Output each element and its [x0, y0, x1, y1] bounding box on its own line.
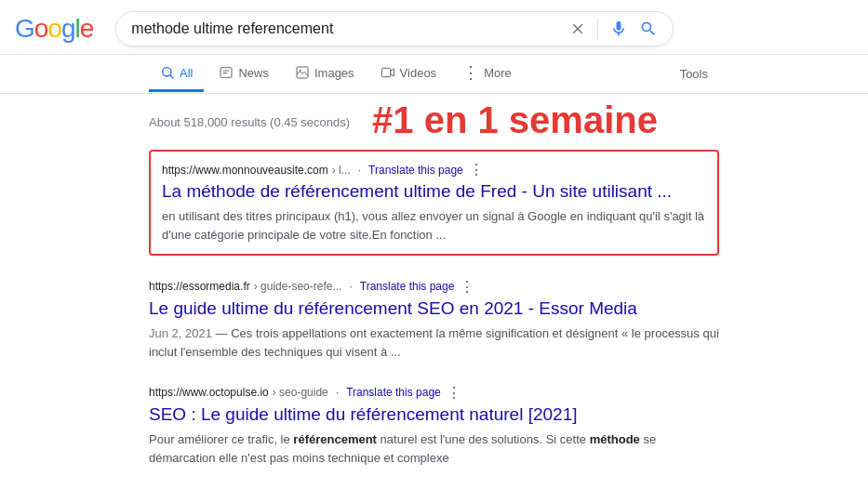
result-3-url-path: › seo-guide [273, 386, 328, 399]
all-icon [160, 65, 175, 80]
tab-news-label: News [238, 66, 269, 80]
result-2-url-path: › guide-seo-refe... [254, 280, 342, 293]
result-1-url-row: https://www.monnouveausite.com › l... · … [162, 161, 706, 178]
videos-icon [381, 65, 395, 80]
results-area: About 518,000 results (0.45 seconds) #1 … [0, 94, 868, 489]
result-1-url-path: › l... [332, 164, 351, 177]
tab-more-label: More [484, 66, 512, 80]
results-stats: About 518,000 results (0.45 seconds) [149, 115, 350, 129]
search-icon [639, 20, 658, 38]
result-1-url-base: https://www.monnouveausite.com [162, 164, 328, 177]
result-3-url-row: https://www.octopulse.io › seo-guide · T… [149, 384, 719, 402]
result-2-date: Jun 2, 2021 [149, 326, 212, 340]
tab-news[interactable]: News [207, 56, 280, 92]
voice-search-button[interactable] [609, 20, 628, 38]
search-result-3: https://www.octopulse.io › seo-guide · T… [149, 384, 719, 468]
result-2-translate[interactable]: Translate this page [360, 280, 455, 293]
result-1-snippet: en utilisant des titres principaux (h1),… [162, 207, 706, 244]
result-3-title[interactable]: SEO : Le guide ultime du référencement n… [149, 403, 719, 427]
svg-rect-7 [381, 68, 390, 76]
search-input[interactable]: methode ultime referencement [131, 20, 562, 37]
header: Google methode ultime referencement [0, 0, 868, 55]
tab-images[interactable]: Images [284, 56, 366, 92]
clear-icon [569, 20, 586, 37]
highlight-text: #1 en 1 semaine [372, 101, 658, 139]
more-dots: ⋮ [462, 64, 479, 81]
tab-all-label: All [180, 66, 193, 80]
result-2-title[interactable]: Le guide ultime du référencement SEO en … [149, 297, 719, 321]
result-3-menu-dots[interactable]: ⋮ [447, 384, 461, 402]
images-icon [295, 65, 310, 80]
divider [597, 18, 598, 40]
clear-button[interactable] [569, 20, 586, 37]
search-tabs: All News Images Videos ⋮ More Tools [0, 55, 868, 94]
search-button[interactable] [639, 20, 658, 38]
search-result-2: https://essormedia.fr › guide-seo-refe..… [149, 278, 719, 362]
microphone-icon [609, 20, 628, 38]
result-3-snippet: Pour améliorer ce trafic, le référenceme… [149, 430, 719, 468]
google-logo: Google [15, 14, 93, 44]
result-2-snippet: Jun 2, 2021 — Ces trois appellations ont… [149, 324, 719, 362]
result-3-url-base: https://www.octopulse.io [149, 386, 269, 399]
tab-images-label: Images [314, 66, 354, 80]
tab-videos[interactable]: Videos [369, 56, 448, 92]
svg-rect-2 [220, 68, 232, 78]
svg-line-1 [170, 75, 173, 78]
search-bar: methode ultime referencement [115, 11, 674, 46]
tools-button[interactable]: Tools [669, 58, 719, 90]
tab-more[interactable]: ⋮ More [451, 55, 523, 93]
result-2-url-base: https://essormedia.fr [149, 280, 250, 293]
results-stats-row: About 518,000 results (0.45 seconds) #1 … [149, 101, 719, 139]
tab-all[interactable]: All [149, 56, 204, 92]
result-1-menu-dots[interactable]: ⋮ [469, 161, 484, 178]
news-icon [219, 65, 234, 80]
search-bar-icons [569, 18, 658, 40]
result-1-title[interactable]: La méthode de référencement ultime de Fr… [162, 180, 706, 204]
search-result-1: https://www.monnouveausite.com › l... · … [149, 150, 719, 256]
tab-videos-label: Videos [400, 66, 437, 80]
result-2-menu-dots[interactable]: ⋮ [460, 278, 474, 296]
result-2-url-row: https://essormedia.fr › guide-seo-refe..… [149, 278, 719, 296]
result-1-translate[interactable]: Translate this page [368, 164, 463, 177]
result-3-translate[interactable]: Translate this page [346, 386, 441, 399]
